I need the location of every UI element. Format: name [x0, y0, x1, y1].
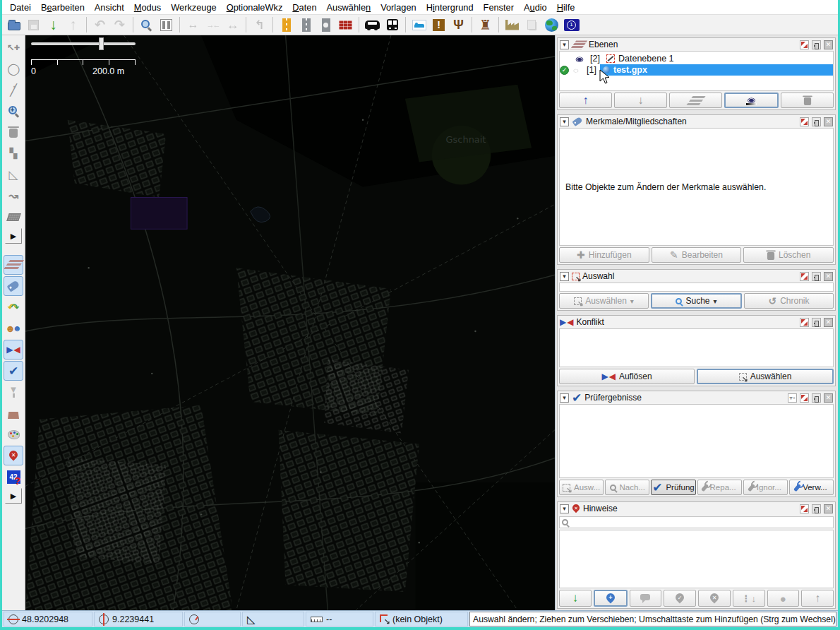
toggle-changesets-dialog[interactable]: [4, 403, 23, 423]
merge-nodes-button[interactable]: [203, 16, 222, 34]
zoom-slider-handle[interactable]: [99, 37, 104, 50]
car-preset-button[interactable]: [363, 16, 382, 34]
collapse-icon[interactable]: [560, 40, 569, 49]
lasso-tool[interactable]: [4, 59, 23, 78]
restaurant-preset-button[interactable]: [449, 16, 468, 34]
selection-select-button[interactable]: Auswählen: [559, 293, 649, 309]
toggle-layers-dialog[interactable]: [4, 255, 23, 275]
detach-icon[interactable]: [800, 117, 809, 126]
pin-icon[interactable]: [812, 393, 821, 403]
building-tool[interactable]: [4, 207, 23, 227]
toggle-authors-dialog[interactable]: [4, 319, 23, 338]
menu-ansicht[interactable]: Ansicht: [90, 1, 129, 14]
tag-edit-button[interactable]: Bearbeiten: [652, 247, 742, 263]
hotel-preset-button[interactable]: [409, 16, 428, 34]
menu-optionalewkz[interactable]: OptionaleWkz: [222, 1, 288, 14]
motorway-preset-button[interactable]: [277, 16, 296, 34]
pin-icon[interactable]: [812, 40, 821, 49]
detach-icon[interactable]: [800, 504, 809, 513]
toggle-whereami-dialog[interactable]: [4, 467, 23, 487]
route-number-button[interactable]: [562, 16, 581, 34]
validator-manage-button[interactable]: Verw...: [789, 480, 834, 495]
menu-hintergrund[interactable]: Hintergrund: [421, 1, 479, 14]
notes-search-input[interactable]: [570, 518, 831, 528]
menu-vorlagen[interactable]: Vorlagen: [376, 1, 421, 14]
detach-icon[interactable]: [800, 318, 809, 327]
detach-icon[interactable]: [800, 40, 809, 49]
toggle-command-stack-dialog[interactable]: [4, 297, 23, 317]
close-icon[interactable]: [824, 318, 833, 327]
layer-delete-button[interactable]: [781, 93, 834, 108]
castle-preset-button[interactable]: [476, 16, 495, 34]
map-canvas[interactable]: Gschnait 0 200.0 m: [25, 35, 555, 610]
redo-button[interactable]: [110, 16, 129, 34]
close-icon[interactable]: [824, 504, 833, 513]
menu-fenster[interactable]: Fenster: [479, 1, 519, 14]
close-icon[interactable]: [824, 272, 833, 281]
notes-upload-button[interactable]: [801, 590, 834, 607]
eye-visible-icon[interactable]: [572, 53, 587, 64]
layer-move-down-button[interactable]: [614, 93, 667, 108]
bus-preset-button[interactable]: [383, 16, 402, 34]
toggle-validator-dialog[interactable]: [4, 361, 23, 381]
notes-download-button[interactable]: [559, 590, 592, 607]
pin-icon[interactable]: [812, 318, 821, 327]
toggle-mappaint-dialog[interactable]: [4, 424, 23, 444]
toggle-filter-dialog[interactable]: [4, 382, 23, 402]
menu-hilfe[interactable]: Hilfe: [552, 1, 580, 14]
collapse-icon[interactable]: [560, 272, 569, 281]
distribute-nodes-button[interactable]: [184, 16, 203, 34]
collapse-icon[interactable]: [560, 393, 569, 403]
close-icon[interactable]: [824, 117, 833, 126]
select-move-tool[interactable]: [4, 37, 23, 57]
layer-move-up-button[interactable]: [559, 93, 612, 108]
menu-bearbeiten[interactable]: Bearbeiten: [36, 1, 90, 14]
more-dialogs-expander[interactable]: [5, 488, 22, 504]
menu-modus[interactable]: Modus: [129, 1, 166, 14]
upload-button[interactable]: [64, 16, 83, 34]
eye-hidden-icon[interactable]: [569, 64, 583, 76]
detach-icon[interactable]: [800, 272, 809, 281]
menu-daten[interactable]: Daten: [287, 1, 321, 14]
world-button[interactable]: [542, 16, 561, 34]
conflict-select-button[interactable]: Auswählen: [697, 369, 834, 384]
preferences-button[interactable]: [157, 16, 176, 34]
road-preset-button[interactable]: [296, 16, 316, 34]
unglue-tool[interactable]: [4, 143, 23, 163]
zoom-button[interactable]: [137, 16, 156, 34]
copy-button[interactable]: [522, 16, 541, 34]
note-reopen-button[interactable]: [698, 590, 731, 607]
layer-merge-button[interactable]: [669, 93, 722, 108]
more-tools-expander[interactable]: [5, 228, 22, 244]
collapse-icon[interactable]: [560, 504, 569, 513]
undo-button[interactable]: [90, 16, 109, 34]
close-icon[interactable]: [824, 40, 833, 49]
toggle-tags-dialog[interactable]: [4, 276, 23, 296]
zoom-tool[interactable]: [4, 101, 23, 121]
zoom-slider[interactable]: [31, 42, 136, 45]
selection-history-button[interactable]: Chronik: [744, 293, 834, 309]
parking-street-preset-button[interactable]: [316, 16, 335, 34]
note-close-button[interactable]: [664, 590, 696, 607]
layer-visibility-button[interactable]: [724, 93, 779, 108]
close-icon[interactable]: [824, 393, 833, 403]
open-button[interactable]: [4, 16, 23, 34]
save-button[interactable]: [24, 16, 43, 34]
note-comment-button[interactable]: [630, 590, 662, 607]
toggle-conflict-dialog[interactable]: [4, 340, 23, 359]
delete-tool[interactable]: [4, 122, 23, 142]
validator-fix-button[interactable]: Repa...: [697, 480, 742, 495]
factory-preset-button[interactable]: [503, 16, 522, 34]
extrude-tool[interactable]: [4, 165, 23, 184]
menu-audio[interactable]: Audio: [519, 1, 552, 14]
conflict-resolve-button[interactable]: Auflösen: [559, 369, 695, 384]
hazard-preset-button[interactable]: [429, 16, 448, 34]
turn-restriction-button[interactable]: [250, 16, 269, 34]
combine-ways-button[interactable]: [223, 16, 242, 34]
tag-delete-button[interactable]: Löschen: [743, 247, 834, 263]
pin-icon[interactable]: [812, 504, 821, 513]
validator-select-button[interactable]: Ausw...: [559, 480, 604, 495]
collapse-icon[interactable]: [560, 117, 569, 126]
download-button[interactable]: [44, 16, 63, 34]
improve-accuracy-tool[interactable]: [4, 186, 23, 206]
